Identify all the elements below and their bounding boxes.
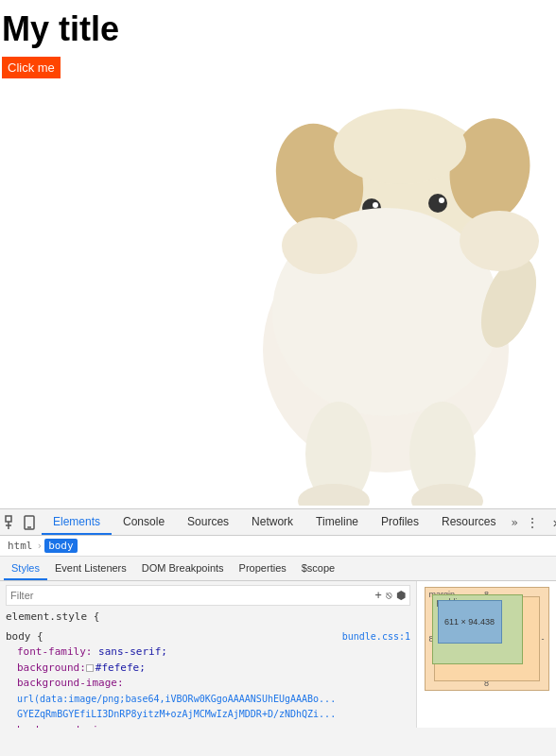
filter-bar: + ⎋ ⬢ xyxy=(6,585,410,606)
css-font-family: font-family: sans-serif; xyxy=(6,644,410,661)
filter-icons: + ⎋ ⬢ xyxy=(375,589,406,602)
tab-console[interactable]: Console xyxy=(112,509,176,535)
tab-timeline[interactable]: Timeline xyxy=(304,509,370,535)
svg-point-8 xyxy=(439,198,444,203)
svg-point-18 xyxy=(460,211,539,271)
styles-subtabs: Styles Event Listeners DOM Breakpoints P… xyxy=(0,557,556,581)
devtools-panel: Elements Console Sources Network Timelin… xyxy=(0,508,556,756)
svg-rect-19 xyxy=(6,516,11,522)
tab-profiles[interactable]: Profiles xyxy=(370,509,430,535)
svg-point-16 xyxy=(334,109,466,184)
puppy-image xyxy=(216,0,556,506)
tab-resources[interactable]: Resources xyxy=(430,509,507,535)
filter-input[interactable] xyxy=(10,590,375,601)
subtab-scope[interactable]: $scope xyxy=(294,557,342,580)
tab-sources[interactable]: Sources xyxy=(176,509,240,535)
svg-point-17 xyxy=(282,217,357,274)
more-options-icon[interactable]: ⋮ xyxy=(523,513,542,532)
page-area: My title Click me xyxy=(0,0,556,510)
content-size: 611 × 94.438 xyxy=(444,617,495,627)
devtools-toolbar: Elements Console Sources Network Timelin… xyxy=(0,509,556,536)
css-file-link[interactable]: bundle.css:1 xyxy=(342,629,410,644)
css-background-size: background-size: cover; xyxy=(6,723,410,729)
click-me-button[interactable]: Click me xyxy=(2,57,61,78)
device-icon[interactable] xyxy=(22,513,37,532)
breadcrumb-html[interactable]: html xyxy=(6,540,35,552)
css-background-image: background-image: xyxy=(6,676,410,692)
box-model-panel: margin 8 - 8 8 border - padding - 611 × xyxy=(416,581,556,728)
css-rule-element-style: element.style { xyxy=(6,610,410,626)
close-devtools-icon[interactable]: ✕ xyxy=(547,513,556,532)
breadcrumb-bar: html › body xyxy=(0,536,556,557)
color-palette-icon[interactable]: ⬢ xyxy=(396,589,406,602)
more-tabs-button[interactable]: » xyxy=(507,516,521,529)
svg-point-6 xyxy=(428,194,447,213)
subtab-properties[interactable]: Properties xyxy=(232,557,294,580)
css-background-url-cont: GYEZqRmBGYEfiLI3DnRP8yitzM+ozAjMCMwIzAjM… xyxy=(6,707,410,723)
subtab-event-listeners[interactable]: Event Listeners xyxy=(47,557,134,580)
tab-elements[interactable]: Elements xyxy=(42,509,112,535)
styles-left-panel: + ⎋ ⬢ element.style { body { bundle.css:… xyxy=(0,581,416,728)
box-model-diagram: margin 8 - 8 8 border - padding - 611 × xyxy=(425,587,549,691)
devtools-tabs: Elements Console Sources Network Timelin… xyxy=(42,509,522,535)
css-rule-body: body { bundle.css:1 xyxy=(6,629,410,645)
color-swatch[interactable] xyxy=(86,664,94,672)
breadcrumb-body[interactable]: body xyxy=(44,539,78,553)
box-content: 611 × 94.438 xyxy=(438,600,502,644)
css-background-image-url: url(data:image/png;base64,iVBORw0KGgoAAA… xyxy=(6,692,410,708)
devtools-actions: ⋮ ✕ xyxy=(522,513,556,532)
add-style-icon[interactable]: + xyxy=(375,589,382,602)
styles-content: + ⎋ ⬢ element.style { body { bundle.css:… xyxy=(0,581,556,728)
subtab-styles[interactable]: Styles xyxy=(4,557,47,580)
subtab-dom-breakpoints[interactable]: DOM Breakpoints xyxy=(134,557,232,580)
svg-point-7 xyxy=(373,202,378,208)
pin-icon[interactable]: ⎋ xyxy=(386,589,392,602)
margin-right: - xyxy=(542,634,545,644)
inspect-icon[interactable] xyxy=(5,513,20,532)
css-background: background: #fefefe; xyxy=(6,661,410,677)
tab-network[interactable]: Network xyxy=(240,509,304,535)
